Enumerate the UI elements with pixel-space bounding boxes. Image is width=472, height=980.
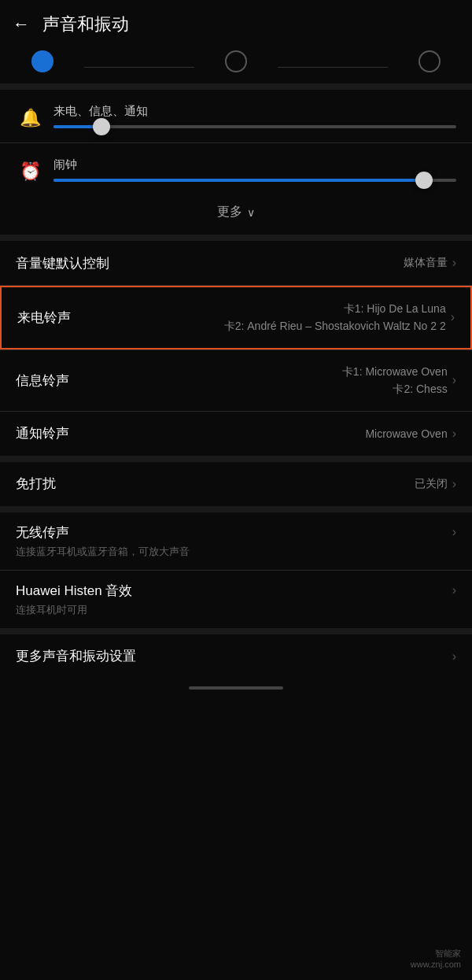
tab-line-1 <box>84 67 194 68</box>
ringtone-volume-row: 🔔 来电、信息、通知 <box>0 90 472 142</box>
message-ringtone-value: 卡1: Microwave Oven 卡2: Chess <box>342 363 448 398</box>
ringtone-slider-thumb[interactable] <box>93 118 110 135</box>
tab-3[interactable] <box>419 50 441 72</box>
home-bar-row <box>0 679 472 696</box>
notification-ringtone-value: Microwave Oven <box>365 427 447 440</box>
wireless-sound-row[interactable]: 无线传声 连接蓝牙耳机或蓝牙音箱，可放大声音 › <box>0 512 472 570</box>
ringtone-label: 来电铃声 <box>17 309 224 327</box>
wireless-sound-label: 无线传声 <box>16 523 452 542</box>
tab-1-dot <box>31 50 53 72</box>
chevron-down-icon: ∨ <box>247 206 255 219</box>
volume-key-value: 媒体音量 <box>404 256 448 270</box>
message-ringtone-arrow: › <box>452 373 456 387</box>
divider-2 <box>0 235 472 241</box>
more-sound-settings-arrow: › <box>452 649 456 664</box>
alarm-slider-fill <box>53 179 424 182</box>
histen-row[interactable]: Huawei Histen 音效 连接耳机时可用 › <box>0 571 472 628</box>
ringtone-row[interactable]: 来电铃声 卡1: Hijo De La Luna 卡2: André Rieu … <box>0 286 472 349</box>
back-button[interactable]: ← <box>13 14 30 35</box>
alarm-volume-content: 闹钟 <box>53 157 456 185</box>
watermark: 智能家 www.znj.com <box>411 948 461 969</box>
wireless-sound-arrow: › <box>452 525 456 539</box>
tab-1[interactable] <box>31 50 53 72</box>
ringtone-volume-label: 来电、信息、通知 <box>53 104 456 119</box>
tab-line-2 <box>278 67 388 68</box>
divider-9 <box>0 628 472 634</box>
dnd-label: 免打扰 <box>16 475 415 493</box>
more-sound-settings-row[interactable]: 更多声音和振动设置 › <box>0 634 472 679</box>
more-sound-settings-label: 更多声音和振动设置 <box>16 647 452 665</box>
home-indicator <box>189 686 283 690</box>
more-label: 更多 <box>217 204 242 220</box>
notification-ringtone-arrow: › <box>452 427 456 441</box>
volume-key-row[interactable]: 音量键默认控制 媒体音量 › <box>0 241 472 285</box>
wireless-sound-content: 无线传声 连接蓝牙耳机或蓝牙音箱，可放大声音 <box>16 523 452 559</box>
ringtone-slider-track[interactable] <box>53 125 456 128</box>
ringtone-value: 卡1: Hijo De La Luna 卡2: André Rieu – Sho… <box>224 300 446 335</box>
header: ← 声音和振动 <box>0 0 472 46</box>
histen-sub: 连接耳机时可用 <box>16 603 452 617</box>
dnd-arrow: › <box>452 477 456 491</box>
notification-ringtone-label: 通知铃声 <box>16 424 365 442</box>
watermark-line1: 智能家 <box>411 948 461 960</box>
message-ringtone-row[interactable]: 信息铃声 卡1: Microwave Oven 卡2: Chess › <box>0 350 472 411</box>
alarm-slider-thumb[interactable] <box>415 172 433 189</box>
histen-label: Huawei Histen 音效 <box>16 582 452 600</box>
alarm-icon: ⏰ <box>16 161 44 182</box>
tab-3-dot <box>419 50 441 72</box>
tab-bar <box>0 46 472 83</box>
ringtone-volume-content: 来电、信息、通知 <box>53 104 456 131</box>
notification-ringtone-row[interactable]: 通知铃声 Microwave Oven › <box>0 412 472 456</box>
watermark-line2: www.znj.com <box>411 960 461 969</box>
volume-key-arrow: › <box>452 256 456 270</box>
dnd-value: 已关闭 <box>415 477 448 491</box>
divider-1 <box>0 83 472 90</box>
histen-arrow: › <box>452 583 456 597</box>
volume-key-label: 音量键默认控制 <box>16 254 404 272</box>
ringtone-arrow: › <box>451 310 455 324</box>
alarm-slider-track[interactable] <box>53 179 456 182</box>
wireless-sound-sub: 连接蓝牙耳机或蓝牙音箱，可放大声音 <box>16 545 452 559</box>
histen-content: Huawei Histen 音效 连接耳机时可用 <box>16 582 452 617</box>
alarm-volume-label: 闹钟 <box>53 157 456 172</box>
tab-2-dot <box>225 50 247 72</box>
bell-icon: 🔔 <box>16 108 44 128</box>
message-ringtone-label: 信息铃声 <box>16 372 342 390</box>
divider-7 <box>0 506 472 512</box>
alarm-volume-row: ⏰ 闹钟 <box>0 143 472 196</box>
divider-6 <box>0 456 472 462</box>
volume-section: 🔔 来电、信息、通知 ⏰ 闹钟 更多 ∨ <box>0 90 472 235</box>
tab-2[interactable] <box>225 50 247 72</box>
dnd-row[interactable]: 免打扰 已关闭 › <box>0 462 472 506</box>
more-row[interactable]: 更多 ∨ <box>0 196 472 235</box>
page-title: 声音和振动 <box>42 13 129 36</box>
